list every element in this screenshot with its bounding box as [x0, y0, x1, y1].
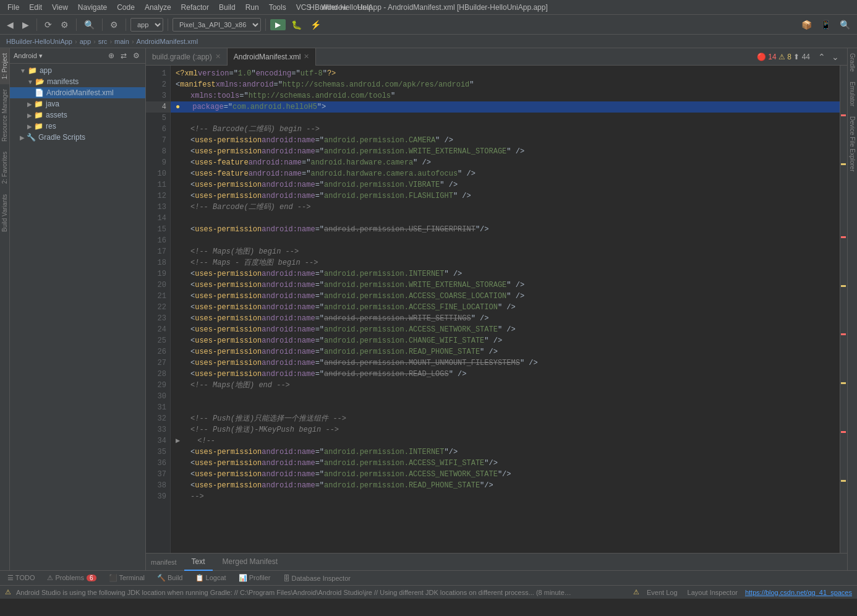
panel-new-button[interactable]: ⊕	[106, 51, 116, 61]
stripe-marker-8	[841, 480, 846, 482]
gradle-icon: 🔧	[27, 133, 36, 142]
menu-navigate[interactable]: Navigate	[73, 2, 112, 13]
tree-label-manifests: manifests	[47, 77, 79, 86]
line-36: 36	[146, 458, 170, 469]
folder-icon-assets: 📁	[34, 111, 43, 119]
tree-item-androidmanifest[interactable]: 📄 AndroidManifest.xml	[10, 87, 145, 98]
cmake-button[interactable]: ⚙	[107, 19, 121, 31]
layout-inspector-button[interactable]: Layout Inspector	[685, 589, 740, 596]
code-content[interactable]: <?xml version="1.0" encoding="utf-8"?> <…	[171, 66, 840, 553]
info-count: ⬆ 44	[793, 53, 810, 61]
line-16: 16	[146, 235, 170, 246]
avd-manager-button[interactable]: 📱	[817, 19, 834, 31]
code-editor[interactable]: 1 2 3 4 5 6 7 8 9 10 11 12 13 14 15 16 1…	[146, 66, 847, 553]
left-tab-resource[interactable]: Resource Manager	[0, 84, 9, 147]
fold-icon-34[interactable]: ▶	[176, 435, 180, 447]
line-1: 1	[146, 68, 170, 79]
event-log-button[interactable]: Event Log	[644, 589, 680, 596]
menu-file[interactable]: File	[2, 2, 24, 13]
tool-tab-todo[interactable]: ☰ TODO	[2, 573, 40, 583]
menu-analyze[interactable]: Analyze	[140, 2, 176, 13]
menu-vcs[interactable]: VCS	[291, 2, 317, 13]
line-24: 24	[146, 324, 170, 335]
expand-editor-button[interactable]: ⌃	[815, 51, 829, 63]
stripe-marker-6	[841, 382, 846, 384]
tool-tab-logcat[interactable]: 📋 Logcat	[190, 573, 231, 583]
breadcrumb-main[interactable]: main	[113, 38, 130, 45]
tree-item-app[interactable]: ▼ 📁 app	[10, 65, 145, 76]
sync-button[interactable]: ⟳	[41, 19, 55, 31]
breadcrumb-root[interactable]: HBuilder-HelloUniApp	[5, 38, 74, 45]
tab-close-androidmanifest[interactable]: ✕	[304, 53, 309, 61]
tree-arrow-app: ▼	[20, 67, 26, 74]
tool-tab-profiler[interactable]: 📊 Profiler	[234, 573, 276, 583]
menu-edit[interactable]: Edit	[24, 2, 47, 13]
menu-view[interactable]: View	[47, 2, 73, 13]
tree-item-assets[interactable]: ▶ 📁 assets	[10, 109, 145, 121]
stripe-marker-3	[841, 236, 846, 238]
menu-tools[interactable]: Tools	[264, 2, 291, 13]
sdk-manager-button[interactable]: 📦	[798, 19, 815, 31]
profile-button[interactable]: ⚡	[307, 19, 324, 31]
line-4: 4	[146, 101, 170, 113]
menu-refactor[interactable]: Refactor	[176, 2, 214, 13]
bottom-tab-text[interactable]: Text	[184, 554, 213, 571]
tree-item-manifests[interactable]: ▼ 📂 manifests	[10, 76, 145, 87]
collapse-editor-button[interactable]: ⌄	[829, 51, 842, 63]
tab-build-gradle[interactable]: build.gradle (:app) ✕	[146, 48, 228, 66]
menu-build[interactable]: Build	[214, 2, 241, 13]
line-13: 13	[146, 202, 170, 213]
menu-help[interactable]: Help	[352, 2, 378, 13]
tool-tab-terminal-label: ⬛ Terminal	[109, 574, 145, 582]
breadcrumb-app[interactable]: app	[79, 38, 92, 45]
tree-item-res[interactable]: ▶ 📁 res	[10, 121, 145, 132]
tree-item-java[interactable]: ▶ 📁 java	[10, 98, 145, 109]
find-button[interactable]: 🔍	[81, 19, 98, 31]
tree-item-gradle-scripts[interactable]: ▶ 🔧 Gradle Scripts	[10, 132, 145, 143]
line-33: 33	[146, 424, 170, 435]
right-tab-emulator[interactable]: Emulator	[848, 77, 857, 111]
error-stripe[interactable]	[840, 66, 847, 553]
line-2: 2	[146, 79, 170, 90]
forward-button[interactable]: ▶	[19, 19, 32, 31]
code-line-25: <uses-permission android:name="android.p…	[171, 335, 840, 346]
line-31: 31	[146, 402, 170, 413]
tab-label-androidmanifest: AndroidManifest.xml	[234, 53, 301, 61]
tool-tab-problems[interactable]: ⚠ Problems 6	[42, 573, 101, 583]
code-line-10: <uses-feature android:name="android.hard…	[171, 168, 840, 179]
breadcrumb-src[interactable]: src	[97, 38, 109, 45]
menu-code[interactable]: Code	[112, 2, 140, 13]
left-tab-project[interactable]: 1: Project	[0, 48, 9, 84]
settings-button[interactable]: ⚙	[58, 19, 72, 31]
app-config-dropdown[interactable]: app	[130, 18, 163, 32]
search-everywhere-button[interactable]: 🔍	[837, 19, 853, 31]
device-dropdown[interactable]: Pixel_3a_API_30_x86	[173, 18, 261, 32]
menu-run[interactable]: Run	[241, 2, 264, 13]
tool-tab-profiler-label: 📊 Profiler	[239, 574, 271, 582]
tool-tab-terminal[interactable]: ⬛ Terminal	[104, 573, 150, 583]
line-34: 34	[146, 435, 170, 447]
breadcrumb-file[interactable]: AndroidManifest.xml	[135, 38, 200, 45]
tab-androidmanifest[interactable]: AndroidManifest.xml ✕	[228, 48, 317, 66]
tab-close-build-gradle[interactable]: ✕	[215, 53, 221, 61]
right-tab-gradle[interactable]: Gradle	[848, 48, 857, 77]
left-tab-build-variants[interactable]: Build Variants	[0, 189, 9, 237]
left-tab-favorites[interactable]: 2: Favorites	[0, 147, 9, 189]
tool-tab-problems-label: ⚠ Problems	[47, 574, 84, 582]
bottom-tab-merged[interactable]: Merged Manifest	[215, 554, 285, 571]
back-button[interactable]: ◀	[4, 19, 17, 31]
tool-tab-db-inspector[interactable]: 🗄 Database Inspector	[278, 573, 356, 583]
panel-sync-button[interactable]: ⇄	[119, 51, 129, 61]
xml-decl-1: <?xml	[176, 68, 198, 79]
tree-arrow-res: ▶	[27, 123, 32, 130]
tool-tab-build[interactable]: 🔨 Build	[152, 573, 188, 583]
code-line-4: ● package="com.android.helloH5">	[171, 101, 840, 113]
status-link[interactable]: https://blog.csdn.net/qq_41_spaces	[745, 589, 852, 596]
run-button[interactable]: ▶	[270, 19, 286, 30]
right-tab-device-explorer[interactable]: Device File Explorer	[848, 111, 857, 176]
menu-window[interactable]: Window	[316, 2, 352, 13]
panel-settings-button[interactable]: ⚙	[131, 51, 142, 61]
status-bar-right: ⚠ Event Log Layout Inspector https://blo…	[633, 588, 852, 596]
debug-button[interactable]: 🐛	[288, 19, 305, 31]
project-tree: ▼ 📁 app ▼ 📂 manifests 📄 AndroidManifest.…	[10, 64, 145, 570]
